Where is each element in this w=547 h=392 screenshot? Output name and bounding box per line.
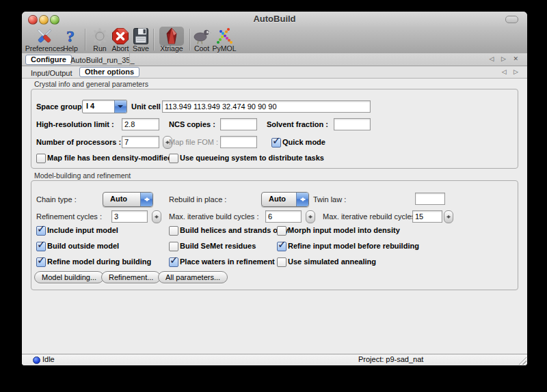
solvent-fraction-label: Solvent fraction : [267, 120, 328, 129]
morph-model-checkbox[interactable] [277, 226, 286, 236]
rebuild-in-place-popup[interactable]: Auto [261, 192, 309, 207]
build-outside-model-checkbox[interactable] [36, 242, 46, 251]
rebuild-in-place-label: Rebuild in place : [169, 195, 226, 204]
unit-cell-field[interactable] [162, 100, 371, 113]
build-cycles-field[interactable] [265, 210, 302, 223]
bird-icon [191, 27, 213, 45]
refine-input-model-checkbox[interactable] [277, 242, 286, 251]
question-mark-icon: ? [57, 27, 83, 45]
app-window: AutoBuild Preferences [22, 12, 527, 365]
morph-model-label: Morph input model into density [288, 225, 400, 235]
rainbow-spiral-icon [211, 27, 238, 45]
rebuild-cycles-stepper[interactable] [444, 210, 453, 223]
tab-divider [129, 53, 130, 66]
options-tab-bar: Input/Output Other options ◁ ▷ [22, 66, 527, 79]
toolbar-toggle-icon[interactable] [505, 16, 518, 23]
queueing-label: Use queueing system to distribute tasks [180, 153, 324, 163]
tab-input-output[interactable]: Input/Output [27, 68, 76, 78]
chevron-down-icon[interactable] [114, 100, 126, 113]
tab-autobuild-run[interactable]: AutoBuild_run_35_ [67, 55, 138, 65]
twin-law-label: Twin law : [313, 195, 346, 204]
refine-during-building-checkbox[interactable] [36, 257, 46, 267]
section-model-legend: Model-building and refinement [34, 171, 131, 180]
rebuild-in-place-value: Auto [269, 195, 286, 203]
quick-mode-checkbox[interactable] [271, 138, 281, 148]
tab-configure[interactable]: Configure [25, 55, 72, 65]
toolbar-separator [189, 29, 190, 51]
num-processors-field[interactable] [122, 136, 159, 148]
map-fom-field[interactable] [220, 136, 257, 148]
status-indicator-icon [33, 356, 40, 364]
refine-during-building-label: Refine model during building [47, 257, 151, 266]
place-waters-checkbox[interactable] [169, 257, 178, 267]
build-outside-model-label: Build outside model [47, 241, 119, 251]
map-fom-label: Map file FOM : [169, 137, 218, 147]
title-bar[interactable]: AutoBuild [22, 12, 527, 27]
document-tab-bar: Configure AutoBuild_run_35_ ◁ ▷ ✕ [22, 53, 527, 66]
queueing-checkbox[interactable] [169, 154, 178, 163]
twin-law-field[interactable] [415, 193, 445, 205]
status-bar: Idle Project: p9-sad_nat [22, 354, 527, 365]
section-crystal-legend: Crystal info and general parameters [34, 80, 148, 88]
tab-other-options[interactable]: Other options [79, 67, 139, 77]
unit-cell-label: Unit cell : [131, 102, 165, 111]
chain-type-value: Auto [110, 195, 127, 203]
density-modified-checkbox[interactable] [36, 154, 46, 163]
tab-nav-arrows[interactable]: ◁ ▷ [502, 68, 521, 75]
chain-type-popup[interactable]: Auto [103, 192, 153, 207]
build-helices-checkbox[interactable] [169, 226, 178, 236]
high-resolution-label: High-resolution limit : [36, 120, 114, 129]
high-resolution-field[interactable] [122, 118, 159, 130]
build-helices-label: Build helices and strands only [180, 225, 289, 235]
crystal-icon [156, 27, 187, 45]
popup-stepper-icon [296, 193, 308, 206]
coot-button[interactable]: Coot [191, 27, 213, 53]
refinement-cycles-label: Refinement cycles : [36, 212, 102, 221]
refinement-button[interactable]: Refinement... [101, 271, 161, 283]
rebuild-cycles-label: Max. iterative rebuild cycles : [323, 212, 419, 221]
toolbar-separator [153, 29, 154, 51]
build-cycles-stepper[interactable] [306, 210, 315, 223]
refine-input-model-label: Refine input model before rebuilding [288, 241, 419, 251]
status-state: Idle [42, 355, 55, 363]
chain-type-label: Chain type : [36, 195, 77, 204]
space-group-combo[interactable]: I 4 [82, 100, 127, 113]
pymol-button[interactable]: PyMOL [211, 27, 238, 53]
help-button[interactable]: ? Help [57, 27, 83, 53]
resize-grip[interactable] [518, 356, 526, 365]
build-semet-checkbox[interactable] [169, 242, 178, 251]
window-title: AutoBuild [22, 14, 527, 24]
status-project: Project: p9-sad_nat [358, 355, 423, 363]
xtriage-button[interactable]: Xtriage [156, 27, 187, 53]
model-building-button[interactable]: Model building... [34, 271, 104, 283]
tab-nav-arrows[interactable]: ◁ ▷ ✕ [490, 55, 521, 62]
refinement-cycles-stepper[interactable] [152, 210, 161, 223]
solvent-fraction-field[interactable] [334, 118, 371, 130]
popup-stepper-icon [140, 193, 152, 206]
density-modified-label: Map file has been density-modified [47, 153, 172, 163]
svg-text:?: ? [66, 27, 75, 45]
ncs-copies-field[interactable] [220, 118, 257, 130]
floppy-disk-icon [127, 27, 155, 45]
save-button[interactable]: Save [127, 27, 155, 53]
all-parameters-button[interactable]: All parameters... [158, 271, 228, 283]
num-processors-label: Number of processors : [36, 137, 121, 147]
space-group-label: Space group : [36, 102, 86, 111]
include-input-model-checkbox[interactable] [36, 226, 46, 236]
simulated-annealing-checkbox[interactable] [277, 257, 286, 267]
simulated-annealing-label: Use simulated annealing [288, 257, 376, 266]
ncs-copies-label: NCS copies : [169, 120, 215, 129]
include-input-model-label: Include input model [47, 225, 118, 235]
place-waters-label: Place waters in refinement [180, 257, 275, 266]
build-semet-label: Build SeMet residues [180, 241, 256, 251]
quick-mode-label: Quick mode [282, 137, 325, 147]
toolbar-separator [85, 29, 85, 51]
space-group-value: I 4 [86, 102, 94, 110]
toolbar: Preferences ? Help [22, 27, 527, 54]
rebuild-cycles-field[interactable] [412, 210, 442, 223]
refinement-cycles-field[interactable] [111, 210, 148, 223]
build-cycles-label: Max. iterative build cycles : [169, 212, 258, 221]
